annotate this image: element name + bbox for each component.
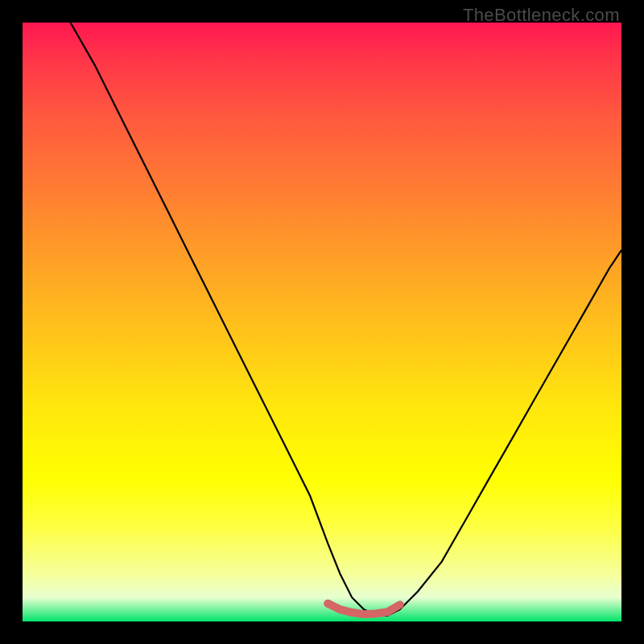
bottleneck-curve-line <box>71 23 622 616</box>
chart-plot-area <box>23 23 621 621</box>
chart-svg <box>23 23 621 621</box>
optimal-start-dot <box>324 600 332 608</box>
watermark-text: TheBottleneck.com <box>463 5 620 26</box>
